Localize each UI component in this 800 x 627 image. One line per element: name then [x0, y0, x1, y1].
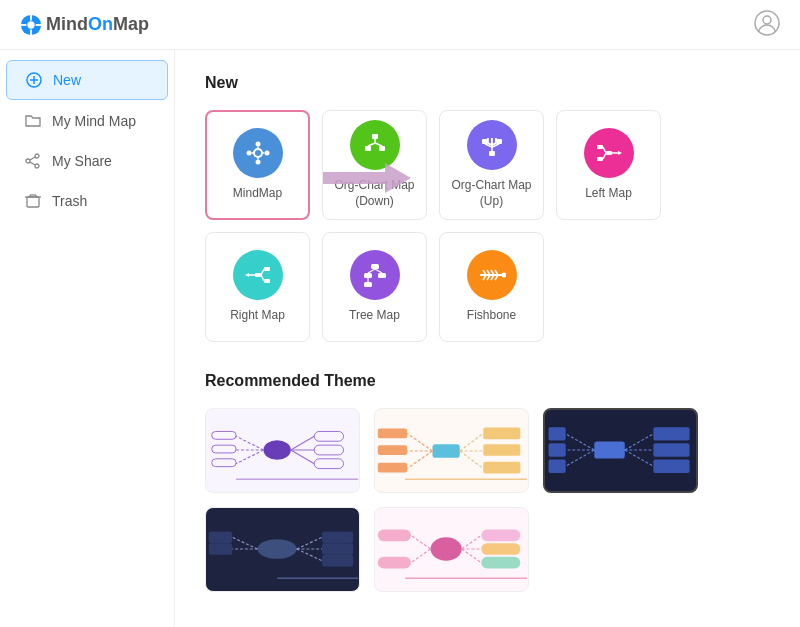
svg-rect-54	[264, 279, 270, 283]
svg-point-28	[246, 151, 251, 156]
theme-grid	[205, 408, 770, 592]
user-icon[interactable]	[754, 10, 780, 40]
svg-rect-104	[594, 441, 624, 458]
svg-line-105	[566, 434, 595, 450]
new-section-title: New	[205, 74, 770, 92]
logo-on-text: On	[88, 14, 113, 35]
svg-rect-110	[549, 460, 566, 473]
svg-rect-121	[322, 543, 353, 555]
svg-rect-60	[364, 273, 372, 278]
svg-rect-34	[379, 146, 385, 151]
svg-rect-47	[597, 157, 603, 161]
theme-5-preview	[375, 508, 528, 591]
svg-point-26	[255, 160, 260, 165]
tree-map-label: Tree Map	[349, 308, 400, 324]
svg-line-83	[236, 436, 263, 450]
sidebar-item-new[interactable]: New	[6, 60, 168, 100]
svg-line-48	[603, 147, 606, 153]
sidebar-item-my-share[interactable]: My Share	[6, 142, 168, 180]
svg-point-23	[255, 150, 261, 156]
svg-line-63	[368, 269, 375, 273]
svg-rect-92	[378, 429, 407, 439]
svg-line-130	[462, 535, 482, 549]
svg-rect-33	[365, 146, 371, 151]
svg-rect-45	[606, 151, 612, 155]
svg-rect-16	[27, 197, 39, 207]
svg-line-138	[411, 549, 431, 563]
svg-rect-88	[212, 459, 236, 467]
svg-rect-84	[212, 431, 236, 439]
sidebar-item-trash-label: Trash	[52, 193, 87, 209]
sidebar: New My Mind Map My Share Trash	[0, 50, 175, 627]
trash-icon	[24, 192, 42, 210]
svg-rect-78	[314, 431, 343, 441]
map-card-right-map[interactable]: Right Map	[205, 232, 310, 342]
main-layout: New My Mind Map My Share Trash	[0, 50, 800, 627]
svg-point-1	[27, 21, 34, 28]
sidebar-item-trash[interactable]: Trash	[6, 182, 168, 220]
svg-point-30	[264, 151, 269, 156]
svg-rect-127	[209, 543, 232, 555]
theme-card-4[interactable]	[205, 507, 360, 592]
map-card-org-chart-up[interactable]: Ψ Org-Chart Map (Up)	[439, 110, 544, 220]
svg-line-97	[460, 433, 483, 451]
svg-point-11	[35, 154, 39, 158]
folder-icon	[24, 112, 42, 130]
svg-point-117	[258, 539, 297, 559]
org-chart-up-icon: Ψ	[467, 120, 517, 170]
svg-line-101	[460, 451, 483, 469]
main-content: New	[175, 50, 800, 627]
theme-card-3[interactable]	[543, 408, 698, 493]
svg-rect-135	[481, 557, 520, 569]
svg-rect-114	[653, 443, 689, 456]
map-card-mindmap[interactable]: MindMap	[205, 110, 310, 220]
svg-line-15	[30, 162, 35, 165]
mindmap-label: MindMap	[233, 186, 282, 202]
theme-2-preview	[375, 409, 528, 492]
map-grid: MindMap Org-Chart Map (Down)	[205, 110, 770, 342]
svg-rect-116	[653, 460, 689, 473]
map-card-tree-map[interactable]: Tree Map	[322, 232, 427, 342]
svg-marker-58	[245, 273, 249, 277]
svg-rect-139	[378, 557, 411, 569]
svg-rect-112	[653, 427, 689, 440]
logo-mind-text: Mind	[46, 14, 88, 35]
svg-marker-21	[323, 163, 411, 193]
svg-line-14	[30, 157, 35, 160]
left-map-icon	[584, 128, 634, 178]
svg-rect-100	[483, 444, 520, 456]
svg-point-13	[26, 159, 30, 163]
map-card-fishbone[interactable]: Fishbone	[439, 232, 544, 342]
svg-rect-82	[314, 459, 343, 469]
map-card-left-map[interactable]: Left Map	[556, 110, 661, 220]
recommended-section-title: Recommended Theme	[205, 372, 770, 390]
svg-rect-38	[489, 151, 495, 156]
svg-line-37	[375, 143, 382, 146]
svg-point-24	[255, 142, 260, 147]
svg-point-76	[263, 440, 290, 460]
right-map-icon	[233, 250, 283, 300]
svg-line-36	[368, 143, 375, 146]
svg-line-124	[232, 537, 257, 549]
logo: MindOnMap	[20, 14, 149, 36]
svg-line-109	[566, 450, 595, 466]
svg-line-55	[261, 269, 264, 275]
sidebar-item-my-mind-map[interactable]: My Mind Map	[6, 102, 168, 140]
svg-rect-53	[264, 267, 270, 271]
theme-4-preview	[206, 508, 359, 591]
svg-rect-32	[372, 134, 378, 139]
theme-card-2[interactable]	[374, 408, 529, 493]
svg-rect-119	[322, 531, 353, 543]
theme-1-preview	[206, 409, 359, 492]
svg-marker-51	[618, 151, 622, 155]
svg-rect-90	[432, 444, 459, 458]
svg-rect-61	[378, 273, 386, 278]
svg-line-118	[297, 537, 322, 549]
fishbone-icon	[467, 250, 517, 300]
svg-rect-59	[371, 264, 379, 269]
svg-point-67	[501, 273, 506, 278]
theme-card-1[interactable]	[205, 408, 360, 493]
theme-card-5[interactable]	[374, 507, 529, 592]
svg-text:Ψ: Ψ	[486, 135, 497, 151]
svg-line-49	[603, 153, 606, 159]
